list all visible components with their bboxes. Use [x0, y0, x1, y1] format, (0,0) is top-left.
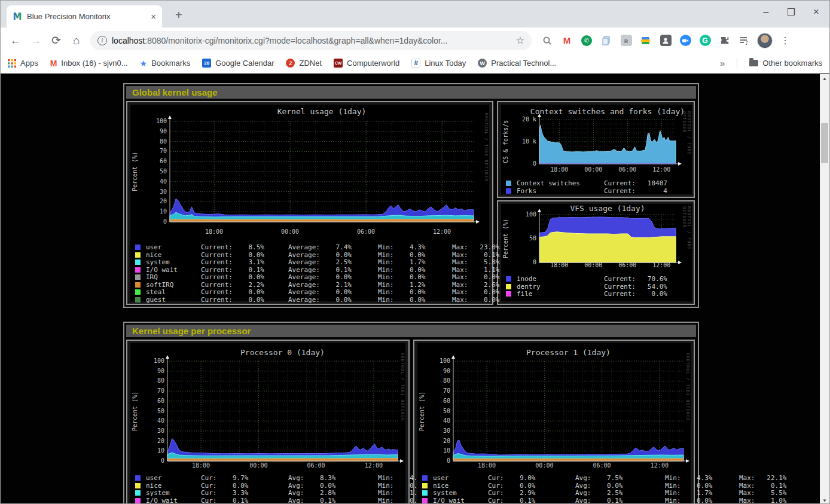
window-minimize-button[interactable]: – [761, 7, 771, 18]
url-bar[interactable]: i localhost:8080/monitorix-cgi/monitorix… [90, 31, 532, 50]
processor-0-graph[interactable]: 010203040506070809010018:0000:0006:0012:… [130, 343, 405, 504]
svg-text:50: 50 [157, 408, 164, 414]
kernel-usage-graph[interactable]: 010203040506070809010018:0000:0006:0012:… [130, 105, 489, 301]
legend-row: systemCur: 3.3%Avg: 2.8%Min: 1.8%Max: 6.… [135, 489, 405, 497]
svg-text:00:00: 00:00 [535, 462, 553, 469]
home-icon[interactable]: ⌂ [68, 32, 86, 50]
svg-text:100: 100 [154, 358, 164, 364]
scrollbar-thumb[interactable] [821, 123, 828, 163]
scrollbar-down-arrow[interactable]: ▼ [820, 496, 829, 504]
bookmark-bookmarks[interactable]: ★ Bookmarks [140, 59, 191, 68]
svg-text:06:00: 06:00 [593, 462, 611, 469]
context-switches-graph[interactable]: 010 k20 k18:0000:0006:0012:00Context swi… [501, 105, 692, 194]
bookmark-google-calendar[interactable]: 28 Google Calendar [202, 59, 274, 68]
y-axis-label: Percent (%) [418, 361, 426, 461]
scrollbar-up-arrow[interactable]: ▲ [820, 74, 829, 83]
svg-text:10: 10 [157, 447, 164, 454]
y-axis-label: Percent (%) [131, 121, 139, 222]
computerworld-icon: CW [334, 59, 343, 68]
context-switches-panel: 010 k20 k18:0000:0006:0012:00Context swi… [497, 101, 695, 198]
svg-text:40: 40 [160, 178, 167, 185]
kernel-usage-per-processor-section: Kernel usage per processor 0102030405060… [123, 322, 699, 504]
gmail-extension-icon[interactable]: M [560, 33, 574, 48]
svg-text:18:00: 18:00 [192, 462, 210, 469]
legend-swatch [422, 498, 428, 503]
svg-text:70: 70 [160, 148, 167, 154]
svg-text:100: 100 [156, 118, 167, 124]
bookmark-practical-technology[interactable]: W Practical Technol... [478, 59, 556, 68]
back-icon[interactable]: ← [7, 32, 25, 50]
url-text[interactable]: localhost:8080/monitorix-cgi/monitorix.c… [112, 36, 511, 45]
window-maximize-button[interactable]: ❐ [786, 7, 796, 18]
legend-row: softIRQCurrent: 2.2%Average: 2.1%Min: 1.… [135, 281, 489, 289]
new-tab-button[interactable]: + [175, 9, 182, 21]
forward-icon[interactable]: → [27, 32, 45, 50]
apps-shortcut[interactable]: Apps [8, 59, 38, 68]
legend-row: niceCur: 0.0%Avg: 0.0%Min: 0.0%Max: 0.1% [422, 482, 691, 490]
rrdtool-watermark: RRDTOOL / TOBI OETIKER [483, 113, 489, 231]
books-extension-icon[interactable] [639, 33, 653, 48]
legend-row: I/O waitCur: 0.1%Avg: 0.1%Min: 0.0%Max: … [135, 497, 405, 504]
legend-swatch [506, 284, 511, 289]
bookmark-zdnet[interactable]: Z ZDNet [286, 59, 322, 68]
y-axis-label: CS & forks/s [502, 120, 509, 164]
svg-text:60: 60 [160, 158, 167, 164]
legend-row: userCur: 9.0%Avg: 7.5%Min: 4.3%Max: 22.1… [422, 474, 691, 482]
bookmark-linux-today[interactable]: lt Linux Today [411, 59, 466, 68]
svg-text:06:00: 06:00 [307, 462, 325, 469]
account-extension-icon[interactable] [658, 33, 673, 48]
wordpress-icon: W [478, 59, 487, 68]
legend-swatch [135, 259, 141, 265]
svg-text:90: 90 [160, 128, 167, 135]
reload-icon[interactable]: ⟳ [47, 32, 65, 50]
svg-text:80: 80 [160, 138, 167, 145]
svg-text:100: 100 [440, 358, 450, 364]
bookmark-inbox[interactable]: M Inbox (16) - sjvn0... [50, 59, 128, 68]
extensions-puzzle-icon[interactable] [718, 33, 732, 48]
bookmarks-overflow-chevron[interactable]: » [720, 58, 725, 68]
profile-avatar[interactable] [757, 33, 773, 48]
chart-plot: 010203040506070809010018:0000:0006:0012:… [417, 343, 691, 470]
svg-text:Kernel usage (1day): Kernel usage (1day) [277, 107, 367, 116]
voice-extension-icon[interactable]: ✆ [579, 33, 594, 48]
window-titlebar: M Blue Precision Monitorix × + – ❐ × [1, 1, 829, 28]
chart-legend: userCur: 9.7%Avg: 8.3%Min: 4.9%Max: 22.5… [135, 474, 405, 504]
page-info-icon[interactable]: i [97, 36, 107, 45]
legend-row: niceCur: 0.0%Avg: 0.0%Min: 0.0%Max: 0.1% [135, 482, 405, 490]
svg-text:00:00: 00:00 [584, 262, 602, 268]
other-bookmarks-button[interactable]: Other bookmarks [749, 59, 822, 68]
svg-text:0: 0 [447, 457, 450, 464]
legend-row: guestCurrent: 0.0%Average: 0.0%Min: 0.0%… [135, 296, 489, 304]
linuxtoday-icon: lt [411, 59, 420, 68]
legend-row: userCur: 9.7%Avg: 8.3%Min: 4.9%Max: 22.5… [135, 474, 405, 482]
svg-text:12:00: 12:00 [433, 228, 451, 235]
vfs-usage-graph[interactable]: 05010018:0000:0006:0012:00VFS usage (1da… [501, 204, 692, 301]
chart-plot: 010203040506070809010018:0000:0006:0012:… [130, 105, 489, 239]
search-extension-icon[interactable] [540, 33, 554, 48]
window-close-button[interactable]: × [811, 7, 821, 18]
copy-pages-extension-icon[interactable] [599, 33, 614, 48]
processor-1-graph[interactable]: 010203040506070809010018:0000:0006:0012:… [417, 343, 691, 504]
bookmark-star-icon[interactable]: ☆ [516, 35, 524, 46]
folder-icon [749, 60, 758, 66]
grammarly-extension-icon[interactable]: G [698, 33, 712, 48]
gray-r-extension-icon[interactable]: ʀ [619, 33, 633, 48]
rrdtool-watermark: RRDTOOL / TOBI OETIKER [684, 353, 690, 471]
svg-text:0: 0 [163, 218, 167, 225]
section-title-global-kernel-usage: Global kernel usage [126, 86, 696, 99]
bookmarks-bar: Apps M Inbox (16) - sjvn0... ★ Bookmarks… [1, 53, 829, 74]
legend-swatch [135, 490, 141, 496]
browser-tab[interactable]: M Blue Precision Monitorix × [7, 5, 162, 28]
chart-plot: 05010018:0000:0006:0012:00VFS usage (1da… [501, 204, 692, 271]
svg-text:0: 0 [161, 457, 164, 464]
zoom-extension-icon[interactable] [678, 33, 692, 48]
svg-text:30: 30 [443, 427, 450, 434]
playlist-extension-icon[interactable]: ♪ [737, 33, 752, 48]
legend-row: userCurrent: 8.5%Average: 7.4%Min: 4.3%M… [135, 243, 489, 251]
tab-close-icon[interactable]: × [151, 11, 156, 22]
vertical-scrollbar[interactable]: ▲ ▼ [820, 74, 829, 504]
svg-text:18:00: 18:00 [478, 462, 496, 469]
svg-text:80: 80 [443, 377, 450, 384]
bookmark-computerworld[interactable]: CW Computerworld [334, 59, 399, 68]
browser-menu-icon[interactable]: ⋮ [778, 35, 792, 46]
